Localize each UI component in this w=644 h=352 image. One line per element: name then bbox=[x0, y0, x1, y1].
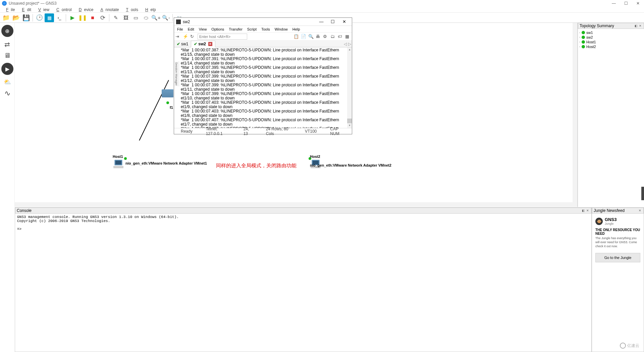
start-all-icon[interactable]: ▶ bbox=[68, 13, 77, 22]
menu-help[interactable]: Help bbox=[141, 7, 158, 12]
terminal-minimize-button[interactable]: — bbox=[316, 18, 327, 26]
topology-tree: ›sw1 ›sw2 ›Host1 ›Host2 bbox=[578, 29, 644, 50]
panel-title: Topology Summary bbox=[580, 24, 614, 28]
menu-view[interactable]: View bbox=[34, 7, 52, 12]
tabs-next-icon[interactable]: ▷ bbox=[348, 42, 351, 46]
go-to-jungle-button[interactable]: Go to the Jungle bbox=[595, 253, 640, 262]
security-device-icon[interactable]: ▶ bbox=[1, 63, 13, 75]
save-icon[interactable]: 💾 bbox=[21, 13, 31, 22]
end-device-icon[interactable] bbox=[4, 52, 11, 59]
term-menu-help[interactable]: Help bbox=[290, 27, 303, 32]
host2-adapter-label: nio_gen_eth:VMware Network Adapter VMnet… bbox=[310, 163, 391, 167]
host-input[interactable] bbox=[198, 34, 247, 40]
insert-image-icon[interactable]: 🖼 bbox=[121, 13, 130, 22]
draw-ellipse-icon[interactable]: ⬭ bbox=[141, 13, 151, 22]
tabs-prev-icon[interactable]: ◁ bbox=[344, 42, 347, 46]
reconnect-icon[interactable]: ↻ bbox=[190, 34, 196, 39]
terminal-titlebar[interactable]: sw2 — ☐ ✕ bbox=[174, 18, 352, 26]
find-icon[interactable]: 🔍 bbox=[308, 34, 314, 39]
terminal-output[interactable]: *Mar 1 00:00:07.387: %LINEPROTO-5-UPDOWN… bbox=[174, 47, 352, 128]
term-menu-window[interactable]: Window bbox=[272, 27, 290, 32]
terminal-menubar: File Edit View Options Transfer Script T… bbox=[174, 26, 352, 33]
panel-close-icon[interactable]: ✕ bbox=[586, 209, 590, 212]
term-menu-file[interactable]: File bbox=[175, 27, 185, 32]
add-link-icon[interactable] bbox=[4, 89, 10, 98]
minimize-button[interactable]: — bbox=[608, 0, 620, 7]
menu-control[interactable]: Control bbox=[52, 7, 74, 12]
new-project-icon[interactable]: 📁 bbox=[1, 13, 11, 22]
copy-icon[interactable]: 📋 bbox=[293, 34, 299, 39]
print-icon[interactable]: 🖶 bbox=[316, 34, 321, 39]
switch-device-icon[interactable] bbox=[4, 40, 10, 48]
quick-connect-icon[interactable]: ⚡ bbox=[183, 34, 188, 39]
stop-all-icon[interactable]: ■ bbox=[88, 13, 97, 22]
device-palette: ⊕ ▶ bbox=[0, 23, 15, 207]
connect-icon[interactable]: ⇥ bbox=[175, 34, 181, 39]
panel-close-icon[interactable]: ✕ bbox=[639, 24, 642, 28]
main-titlebar: Unsaved project* — GNS3 — ☐ ✕ bbox=[0, 0, 644, 7]
all-devices-icon[interactable] bbox=[4, 78, 11, 86]
chevron-right-icon: › bbox=[579, 31, 580, 34]
switch-node-sw1[interactable] bbox=[162, 89, 174, 97]
zoom-out-icon[interactable]: 🔍- bbox=[161, 13, 171, 22]
console-output[interactable]: GNS3 management console. Running GNS3 ve… bbox=[15, 214, 591, 352]
router-device-icon[interactable]: ⊕ bbox=[1, 25, 13, 37]
tree-item-sw1[interactable]: ›sw1 bbox=[579, 30, 643, 35]
show-interface-labels-icon[interactable]: ▦ bbox=[45, 13, 54, 22]
menu-edit[interactable]: Edit bbox=[17, 7, 34, 12]
help-icon[interactable]: ▦ bbox=[345, 34, 351, 39]
tab-sw2[interactable]: ✔sw2✕ bbox=[191, 41, 215, 47]
term-menu-tools[interactable]: Tools bbox=[259, 27, 272, 32]
menu-device[interactable]: Device bbox=[74, 7, 96, 12]
term-menu-transfer[interactable]: Transfer bbox=[226, 27, 245, 32]
tree-item-host1[interactable]: ›Host1 bbox=[579, 40, 643, 44]
term-menu-view[interactable]: View bbox=[197, 27, 209, 32]
newsfeed-sub: Jungle bbox=[605, 222, 616, 225]
canvas-horizontal-scrollbar[interactable] bbox=[15, 202, 573, 207]
status-term-type: VT100 bbox=[298, 129, 323, 134]
console-all-icon[interactable]: ›_ bbox=[55, 13, 64, 22]
reload-all-icon[interactable]: ⟳ bbox=[98, 13, 107, 22]
filter-icon[interactable]: 🏷 bbox=[338, 34, 343, 39]
maximize-button[interactable]: ☐ bbox=[620, 0, 632, 7]
status-dot-icon bbox=[582, 31, 585, 34]
newsfeed-panel: Jungle Newsfeed ✕ 🐵 GNS3Jungle THE ONLY … bbox=[592, 207, 644, 352]
open-project-icon[interactable]: 📂 bbox=[11, 13, 21, 22]
host1-adapter-label: nio_gen_eth:VMware Network Adapter VMnet… bbox=[125, 161, 207, 165]
snapshot-icon[interactable]: 🕑 bbox=[35, 13, 44, 22]
tab-sw1[interactable]: ✔sw1 bbox=[174, 41, 191, 47]
terminal-scrollbar[interactable]: ▴▾ bbox=[347, 47, 352, 128]
close-button[interactable]: ✕ bbox=[632, 0, 644, 7]
chevron-right-icon: › bbox=[579, 45, 580, 48]
canvas-vertical-scrollbar[interactable] bbox=[573, 23, 577, 207]
menu-annotate[interactable]: Annotate bbox=[96, 7, 121, 12]
terminal-window[interactable]: sw2 — ☐ ✕ File Edit View Options Transfe… bbox=[174, 17, 352, 134]
term-menu-options[interactable]: Options bbox=[209, 27, 226, 32]
link-endpoint-icon bbox=[124, 157, 127, 160]
connected-check-icon: ✔ bbox=[194, 42, 197, 46]
tree-item-sw2[interactable]: ›sw2 bbox=[579, 35, 643, 40]
host1-node[interactable]: Host1 bbox=[113, 157, 124, 169]
panel-undock-icon[interactable]: ◧ bbox=[582, 209, 585, 212]
panel-undock-icon[interactable]: ◧ bbox=[635, 24, 638, 28]
options-icon[interactable]: ⚙ bbox=[323, 34, 328, 39]
menu-tools[interactable]: Tools bbox=[121, 7, 141, 12]
session-options-icon[interactable]: 🗂 bbox=[330, 34, 336, 39]
term-menu-edit[interactable]: Edit bbox=[185, 27, 197, 32]
panel-close-icon[interactable]: ✕ bbox=[639, 209, 642, 212]
paste-icon[interactable]: 📄 bbox=[301, 34, 306, 39]
draw-rectangle-icon[interactable]: ▭ bbox=[131, 13, 141, 22]
newsfeed-text: The Jungle has everything you will ever … bbox=[595, 236, 640, 248]
newsfeed-title: Jungle Newsfeed bbox=[594, 208, 625, 213]
zoom-in-icon[interactable]: 🔍+ bbox=[151, 13, 161, 22]
tab-close-icon[interactable]: ✕ bbox=[208, 42, 212, 46]
terminal-close-button[interactable]: ✕ bbox=[338, 18, 350, 26]
tree-item-host2[interactable]: ›Host2 bbox=[579, 44, 643, 49]
separator bbox=[109, 14, 109, 21]
menu-file[interactable]: File bbox=[1, 7, 17, 12]
pause-all-icon[interactable]: ❚❚ bbox=[78, 13, 87, 22]
add-note-icon[interactable]: ✎ bbox=[111, 13, 120, 22]
term-menu-script[interactable]: Script bbox=[245, 27, 259, 32]
terminal-maximize-button[interactable]: ☐ bbox=[327, 18, 338, 26]
separator bbox=[172, 14, 173, 21]
